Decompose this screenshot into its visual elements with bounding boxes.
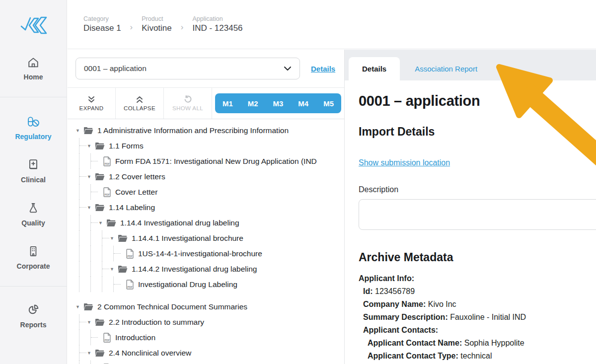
app-window: HomeRegulatoryClinicalQualityCorporateRe…	[0, 0, 596, 364]
tree-node-label: Form FDA 1571: Investigational New Drug …	[115, 157, 317, 166]
tree-row[interactable]: ▼1 Administrative Information and Prescr…	[75, 123, 344, 138]
show-submission-location-link[interactable]: Show submission location	[359, 158, 450, 167]
metadata-field-value: 123456789	[375, 287, 415, 295]
pdf-file-icon: PDF	[126, 249, 134, 259]
details-content: 0001 – application Import Details Show s…	[345, 80, 596, 363]
module-button-m1[interactable]: M1	[221, 99, 235, 108]
breadcrumb-item[interactable]: CategoryDisease 1	[83, 15, 121, 33]
tree-row[interactable]: ▼1.14.4.1 Investigational brochure	[75, 230, 344, 246]
kivo-logo[interactable]	[0, 0, 67, 40]
folder-open-icon	[95, 173, 105, 181]
tree-expander-icon[interactable]: ▼	[75, 128, 83, 133]
tree-guide-line	[79, 230, 79, 246]
sidebar-item-corporate[interactable]: Corporate	[0, 244, 67, 270]
tree-row[interactable]: PDFInvestigational Drug Labeling	[75, 277, 344, 292]
metadata-field: Applicant Contact Type: technical	[359, 350, 596, 363]
tree-row[interactable]: ▼1.2 Cover letters	[75, 169, 344, 184]
document-tree: ▼1 Administrative Information and Prescr…	[68, 119, 344, 364]
header: CategoryDisease 1›ProductKivotine›Applic…	[68, 0, 596, 49]
breadcrumb-item[interactable]: ApplicationIND - 123456	[192, 15, 242, 33]
tree-expander-icon[interactable]: ▼	[87, 174, 95, 179]
pie-chart-icon	[26, 302, 41, 317]
tree-expander-icon[interactable]: ▼	[110, 267, 118, 272]
folder-open-icon	[95, 142, 105, 150]
building-icon	[27, 244, 40, 259]
metadata-field-value: Kivo Inc	[428, 300, 456, 308]
sidebar-item-label: Corporate	[17, 262, 50, 270]
tree-row[interactable]: PDFIntroduction	[75, 330, 344, 345]
pdf-file-icon: PDF	[126, 280, 134, 290]
tree-node-label: 1 Administrative Information and Prescri…	[97, 126, 289, 135]
show-all-button[interactable]: SHOW ALL	[164, 88, 212, 119]
metadata-field: Summary Description: Fauxoline - Initial…	[359, 311, 596, 324]
metadata-field: Applicant Contacts:	[359, 324, 596, 337]
kivo-logo-icon	[18, 13, 49, 38]
collapse-button[interactable]: COLLAPSE	[116, 88, 164, 119]
module-button-m3[interactable]: M3	[271, 99, 286, 108]
archive-metadata-heading: Archive Metadata	[359, 251, 596, 264]
tree-node-label: 1.14.4.1 Investigational brochure	[132, 234, 243, 243]
breadcrumb-item-value: IND - 123456	[192, 23, 242, 33]
breadcrumb-item[interactable]: ProductKivotine	[142, 15, 171, 33]
tree-expander-icon[interactable]: ▼	[98, 220, 106, 225]
tree-row[interactable]: PDFNonclinical Overview	[75, 361, 344, 364]
tree-expander-icon[interactable]: ▼	[110, 236, 118, 241]
tree-expander-icon[interactable]: ▼	[87, 205, 95, 210]
tree-guide-line	[90, 246, 91, 261]
module-button-m5[interactable]: M5	[321, 99, 336, 108]
tree-guide-line	[79, 215, 79, 230]
expand-button[interactable]: EXPAND	[68, 88, 116, 119]
tree-expander-icon[interactable]: ▼	[87, 351, 95, 356]
tree-row[interactable]: ▼1.1 Forms	[75, 138, 344, 153]
sidebar-item-reports[interactable]: Reports	[0, 302, 67, 329]
home-icon	[26, 56, 41, 70]
folder-open-icon	[95, 204, 105, 212]
tree-row[interactable]: PDF1US-14-4-1-investigational-brochure	[75, 246, 344, 261]
tree-expander-icon[interactable]: ▼	[75, 304, 83, 309]
sidebar-item-clinical[interactable]: Clinical	[0, 157, 67, 184]
breadcrumb-item-label: Product	[142, 15, 171, 22]
tree-node-label: 1.14.4.2 Investigational drug labeling	[132, 265, 257, 274]
tree-node-label: 1.2 Cover letters	[109, 172, 165, 181]
tree-guide-line	[90, 277, 91, 292]
expand-label: EXPAND	[79, 105, 104, 111]
tree-row[interactable]: ▼2.2 Introduction to summary	[75, 314, 344, 330]
tree-node-label: Cover Letter	[115, 188, 157, 197]
details-link[interactable]: Details	[311, 65, 335, 73]
tree-guide-line	[102, 238, 109, 238]
sidebar-item-label: Regulatory	[15, 133, 51, 141]
metadata-field-label: Id:	[363, 287, 373, 295]
description-input[interactable]	[359, 199, 596, 230]
tree-row[interactable]: ▼1.14.4 Investigational drug labeling	[75, 215, 344, 230]
tab-details[interactable]: Details	[349, 57, 400, 80]
tree-guide-line	[91, 222, 98, 223]
sidebar-item-regulatory[interactable]: Regulatory	[0, 115, 67, 141]
tree-row[interactable]: ▼2 Common Technical Document Summaries	[75, 299, 344, 314]
details-tab-bar: Details Association Report	[345, 50, 596, 80]
tree-guide-line	[91, 337, 98, 338]
sidebar-item-quality[interactable]: Quality	[0, 201, 67, 227]
folder-open-icon	[83, 303, 93, 311]
tab-association-report[interactable]: Association Report	[415, 57, 477, 80]
metadata-field: Company Name: Kivo Inc	[359, 298, 596, 311]
double-chevron-up-icon	[135, 96, 144, 103]
module-button-m2[interactable]: M2	[246, 99, 260, 108]
details-panel: Details Association Report 0001 – applic…	[345, 50, 596, 364]
sequence-select[interactable]: 0001 – application	[75, 58, 300, 79]
module-button-m4[interactable]: M4	[296, 99, 310, 108]
tree-guide-line	[91, 161, 98, 161]
sidebar-item-home[interactable]: Home	[0, 56, 67, 81]
folder-open-icon	[118, 234, 128, 242]
tree-row[interactable]: PDFCover Letter	[75, 184, 344, 200]
tree-expander-icon[interactable]: ▼	[87, 320, 95, 325]
tree-node-label: Investigational Drug Labeling	[138, 280, 237, 289]
tree-row[interactable]: PDFForm FDA 1571: Investigational New Dr…	[75, 153, 344, 169]
tree-row[interactable]: ▼1.14.4.2 Investigational drug labeling	[75, 261, 344, 277]
tree-guide-line	[79, 176, 86, 177]
tree-row[interactable]: ▼1.14 Labeling	[75, 200, 344, 215]
metadata-field-label: Applicant Contact Type:	[368, 352, 458, 360]
tree-node-label: 1.1 Forms	[109, 142, 144, 150]
tree-expander-icon[interactable]: ▼	[87, 144, 95, 148]
tree-row[interactable]: ▼2.4 Nonclinical overview	[75, 345, 344, 361]
breadcrumb-item-label: Category	[83, 15, 121, 22]
